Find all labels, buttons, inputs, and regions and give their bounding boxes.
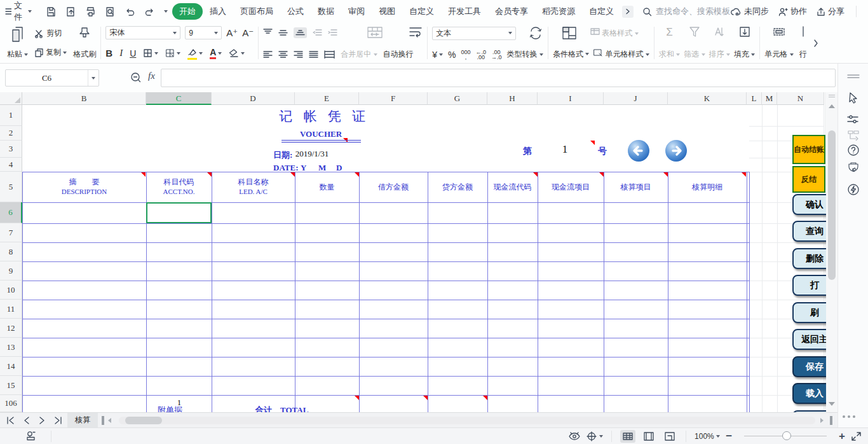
ribbon-tab-5[interactable]: 审阅 [341,3,372,20]
hot-sale-button[interactable] [846,160,861,176]
sync-status-button[interactable]: 未同步 [730,6,769,17]
prev-voucher-button[interactable] [627,139,651,163]
row-header-1[interactable]: 1 [0,105,22,126]
name-box[interactable]: C6 [5,69,99,87]
column-header-I[interactable]: I [538,92,604,105]
fill-color-button[interactable] [187,46,203,60]
split-handle[interactable] [829,95,835,95]
horizontal-scrollbar[interactable] [119,417,815,424]
ribbon-tab-6[interactable]: 视图 [372,3,402,20]
distribute-icon[interactable] [324,50,335,59]
column-header-E[interactable]: E [295,92,359,105]
column-header-L[interactable]: L [747,92,762,105]
sort-button[interactable]: 排序 [709,26,730,60]
hsplit-handle[interactable] [830,416,832,425]
print-button[interactable] [81,0,100,23]
normal-view-button[interactable] [620,430,635,443]
row-header-3[interactable]: 3 [0,141,22,158]
ribbon-expand-button[interactable] [813,26,819,60]
ribbon-tab-2[interactable]: 页面布局 [233,3,280,20]
fullscreen-icon[interactable] [851,431,862,441]
row-header-6[interactable]: 6 [0,202,22,223]
print-preview-button[interactable] [100,0,120,23]
select-tool[interactable] [846,90,861,106]
align-middle-icon[interactable] [278,29,288,37]
column-header-J[interactable]: J [604,92,668,105]
align-center-icon[interactable] [278,50,288,59]
export-button[interactable] [61,0,81,23]
voucher-no-value[interactable]: 1 [556,143,574,156]
search-command-input[interactable]: 查找命令、搜索模板 [642,6,730,17]
underline-button[interactable]: U [130,48,136,59]
column-header-K[interactable]: K [668,92,747,105]
next-voucher-button[interactable] [664,139,688,163]
wrap-text-button[interactable]: 自动换行 [383,49,414,60]
ribbon-tab-3[interactable]: 公式 [280,3,311,20]
ribbon-tab-11[interactable]: 自定义 [582,3,621,20]
redo-button[interactable] [140,0,159,23]
align-left-icon[interactable] [263,50,273,59]
column-header-F[interactable]: F [359,92,428,105]
macro-record-button[interactable] [25,431,37,441]
avg-count-button[interactable] [587,431,603,441]
zoom-in-button[interactable]: + [839,430,845,443]
column-header-C[interactable]: C [146,92,212,105]
last-sheet-button[interactable] [54,417,62,424]
vertical-scrollbar[interactable] [825,92,837,412]
wrap-text-icon[interactable] [409,26,423,39]
copy-button[interactable]: 复制 [34,47,67,58]
format-painter-button[interactable]: 格式刷 [73,26,96,60]
attachment-count[interactable]: 1 [170,398,188,408]
row-header-15[interactable]: 15 [0,376,22,395]
row-header-106[interactable]: 106 [0,395,22,412]
zoom-slider[interactable] [744,436,827,436]
query-button[interactable]: 查询 [792,221,826,242]
ribbon-tab-7[interactable]: 自定义 [402,3,441,20]
save-button-macro[interactable]: 保存 [792,356,826,377]
column-header-H[interactable]: H [487,92,538,105]
font-color-button[interactable]: A [210,47,222,59]
save-button[interactable] [41,0,61,23]
row-header-10[interactable]: 10 [0,281,22,300]
column-header-B[interactable]: B [22,92,146,105]
number-format-select[interactable]: 文本 [432,27,516,40]
load-button[interactable]: 载入 [792,383,826,404]
next-sheet-button[interactable] [39,417,45,424]
italic-button[interactable]: I [119,48,123,59]
increase-font-button[interactable]: A⁺ [226,27,238,39]
currency-format-button[interactable]: ¥ [432,50,443,60]
merge-cells-icon[interactable] [367,26,383,39]
row-header-14[interactable]: 14 [0,357,22,376]
tab-splitter[interactable] [102,416,104,425]
confirm-button[interactable]: 确认 [792,194,826,215]
decrease-font-button[interactable]: A⁻ [242,27,254,39]
return-home-button[interactable]: 返回主 [792,329,826,350]
ribbon-tab-1[interactable]: 插入 [203,3,233,20]
date-value[interactable]: 2019/1/31 [289,149,335,159]
justify-icon[interactable] [309,50,318,59]
active-cell-C6[interactable] [146,202,212,223]
row-header-13[interactable]: 13 [0,338,22,357]
hscroll-left-arrow[interactable] [108,418,111,423]
percent-format-button[interactable]: % [448,50,456,60]
cut-button[interactable]: 剪切 [34,28,67,39]
ribbon-tab-9[interactable]: 会员专享 [488,3,535,20]
increase-decimal-button[interactable]: ←.0.00 [476,50,487,60]
filter-button[interactable]: 筛选 [684,26,705,60]
zoom-formula-icon[interactable] [130,72,142,84]
type-convert-button[interactable]: 类型转换 [507,49,543,60]
row-header-12[interactable]: 12 [0,319,22,338]
ribbon-tab-4[interactable]: 数据 [311,3,341,20]
decrease-decimal-button[interactable]: .00→.0 [491,50,502,60]
hscroll-right-arrow[interactable] [820,418,824,423]
scroll-down-arrow[interactable] [829,402,835,406]
reverse-close-button[interactable]: 反结 [792,166,825,193]
eraser-button[interactable] [229,49,245,57]
first-sheet-button[interactable] [6,417,15,424]
spreadsheet-grid[interactable]: BCDEFGHIJKLMN123456789101112131415106摘 要… [0,92,825,412]
conditional-format-button[interactable]: 条件格式 [553,49,589,60]
cells-button[interactable]: 单元格 [764,26,793,60]
zoom-out-button[interactable]: − [726,430,732,443]
table-style-button[interactable]: 表格样式 [590,27,639,39]
zoom-level-button[interactable]: 100% [695,432,720,441]
